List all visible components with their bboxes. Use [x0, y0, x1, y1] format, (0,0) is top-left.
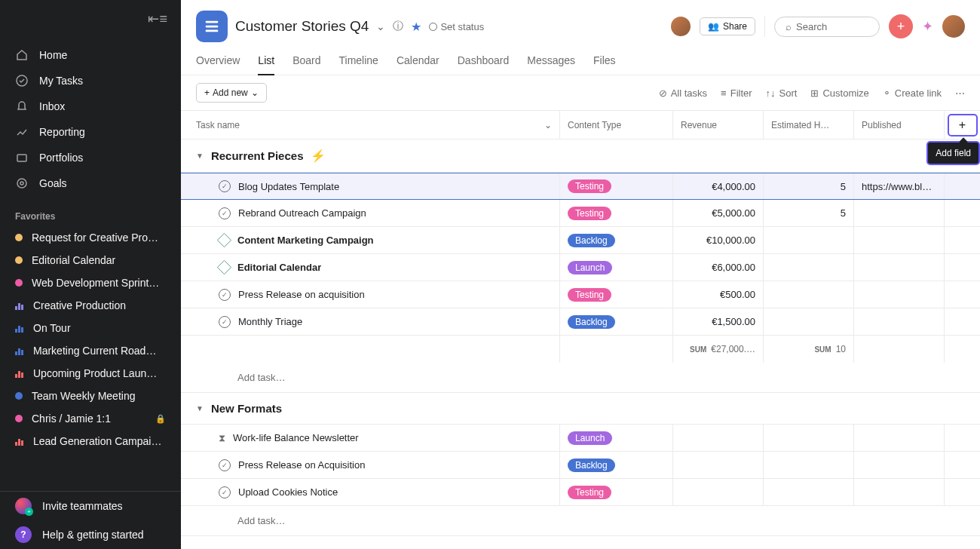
favorite-item[interactable]: Lead Generation Campai…	[0, 430, 181, 452]
nav-inbox[interactable]: Inbox	[0, 94, 181, 119]
celebration-icon[interactable]: ✦	[922, 18, 933, 35]
task-row[interactable]: Content Marketing CampaignBacklog€10,000…	[181, 227, 980, 254]
share-button[interactable]: 👥 Share	[700, 17, 755, 35]
column-published[interactable]: Published	[853, 111, 944, 139]
cell-content-type[interactable]: Testing	[559, 479, 672, 505]
favorite-item[interactable]: On Tour	[0, 317, 181, 339]
task-row[interactable]: Editorial CalendarLaunch€6,000.00	[181, 254, 980, 281]
favorite-item[interactable]: Creative Production	[0, 294, 181, 317]
nav-portfolios[interactable]: Portfolios	[0, 145, 181, 170]
section-header[interactable]: ▼New Formats	[181, 393, 980, 425]
tab-list[interactable]: List	[258, 50, 274, 75]
cell-revenue[interactable]	[672, 425, 763, 451]
task-row[interactable]: ✓Press Release on acquisitionTesting€500…	[181, 281, 980, 308]
member-avatar[interactable]	[671, 17, 691, 36]
add-new-button[interactable]: + Add new ⌄	[196, 83, 267, 103]
invite-teammates[interactable]: + Invite teammates	[0, 492, 181, 520]
section-caret-icon[interactable]: ▼	[196, 404, 204, 413]
help-getting-started[interactable]: ? Help & getting started	[0, 520, 181, 549]
cell-revenue[interactable]: €6,000.00	[672, 254, 763, 281]
favorite-item[interactable]: Web Development Sprint…	[0, 271, 181, 294]
sort-button[interactable]: ↑↓Sort	[766, 87, 798, 99]
cell-revenue[interactable]: €1,500.00	[672, 308, 763, 335]
cell-revenue[interactable]: €5,000.00	[672, 200, 763, 226]
task-row[interactable]: ✓Rebrand Outreach CampaignTesting€5,000.…	[181, 200, 980, 227]
cell-revenue[interactable]	[672, 452, 763, 478]
cell-published[interactable]	[853, 281, 944, 308]
add-field-button[interactable]: +	[948, 114, 978, 136]
info-icon[interactable]: ⓘ	[393, 20, 403, 33]
milestone-icon[interactable]	[217, 233, 232, 248]
cell-estimated[interactable]	[763, 425, 853, 451]
task-row[interactable]: ✓Blog Updates TemplateTesting€4,000.005h…	[181, 173, 980, 200]
cell-published[interactable]	[853, 308, 944, 335]
cell-estimated[interactable]	[763, 479, 853, 505]
tab-overview[interactable]: Overview	[196, 50, 240, 75]
cell-content-type[interactable]: Testing	[559, 200, 672, 226]
tab-dashboard[interactable]: Dashboard	[458, 50, 510, 75]
cell-published[interactable]: https://www.blo…	[853, 173, 944, 199]
cell-revenue[interactable]: €10,000.00	[672, 227, 763, 253]
task-row[interactable]: ✓Monthly TriageBacklog€1,500.00	[181, 308, 980, 336]
nav-goals[interactable]: Goals	[0, 170, 181, 196]
all-tasks-filter[interactable]: ⊘All tasks	[659, 87, 707, 99]
cell-estimated[interactable]	[763, 227, 853, 253]
complete-task-icon[interactable]: ✓	[219, 207, 231, 219]
column-content-type[interactable]: Content Type	[559, 111, 672, 139]
star-icon[interactable]: ★	[411, 20, 421, 34]
complete-task-icon[interactable]: ✓	[219, 459, 231, 471]
cell-published[interactable]	[853, 254, 944, 281]
complete-task-icon[interactable]: ✓	[219, 316, 231, 328]
cell-estimated[interactable]	[763, 254, 853, 281]
cell-estimated[interactable]	[763, 452, 853, 478]
cell-revenue[interactable]	[672, 479, 763, 505]
task-row[interactable]: ✓Press Release on AcquisitionBacklog	[181, 452, 980, 479]
cell-estimated[interactable]: 5	[763, 200, 853, 226]
more-options-button[interactable]: ⋯	[955, 87, 965, 99]
tab-timeline[interactable]: Timeline	[339, 50, 378, 75]
cell-content-type[interactable]: Launch	[559, 425, 672, 451]
project-icon[interactable]	[196, 11, 228, 42]
chevron-down-icon[interactable]: ⌄	[544, 120, 552, 130]
cell-content-type[interactable]: Testing	[559, 281, 672, 308]
column-task-name[interactable]: Task name⌄	[181, 120, 559, 130]
favorite-item[interactable]: Team Weekly Meeting	[0, 385, 181, 407]
chevron-down-icon[interactable]: ⌄	[376, 20, 385, 32]
cell-estimated[interactable]	[763, 281, 853, 308]
nav-home[interactable]: Home	[0, 42, 181, 68]
filter-button[interactable]: ≡Filter	[721, 87, 752, 99]
tab-files[interactable]: Files	[593, 50, 616, 75]
complete-task-icon[interactable]: ✓	[219, 180, 231, 192]
cell-content-type[interactable]: Backlog	[559, 452, 672, 478]
cell-revenue[interactable]: €500.00	[672, 281, 763, 308]
create-link-button[interactable]: ⚬Create link	[883, 87, 942, 99]
cell-published[interactable]	[853, 227, 944, 253]
user-avatar[interactable]	[942, 15, 965, 38]
favorite-item[interactable]: Upcoming Product Laun…	[0, 362, 181, 385]
column-estimated[interactable]: Estimated H…	[763, 111, 853, 139]
sidebar-collapse-icon[interactable]: ⇤≡	[148, 11, 167, 27]
favorite-item[interactable]: Request for Creative Pro…	[0, 226, 181, 249]
add-task-button[interactable]: Add task…	[181, 506, 980, 536]
tab-messages[interactable]: Messages	[527, 50, 575, 75]
cell-published[interactable]	[853, 200, 944, 226]
rules-bolt-icon[interactable]: ⚡	[311, 149, 326, 163]
nav-my-tasks[interactable]: My Tasks	[0, 68, 181, 94]
cell-published[interactable]	[853, 425, 944, 451]
tab-board[interactable]: Board	[292, 50, 320, 75]
cell-estimated[interactable]: 5	[763, 173, 853, 199]
complete-task-icon[interactable]: ✓	[219, 486, 231, 498]
section-caret-icon[interactable]: ▼	[196, 152, 204, 160]
cell-published[interactable]	[853, 479, 944, 505]
cell-revenue[interactable]: €4,000.00	[672, 173, 763, 199]
tab-calendar[interactable]: Calendar	[397, 50, 439, 75]
favorite-item[interactable]: Chris / Jamie 1:1🔒	[0, 407, 181, 430]
cell-estimated[interactable]	[763, 308, 853, 335]
favorite-item[interactable]: Marketing Current Road…	[0, 339, 181, 362]
column-revenue[interactable]: Revenue	[672, 111, 763, 139]
cell-content-type[interactable]: Launch	[559, 254, 672, 281]
search-input[interactable]: ⌕ Search	[774, 17, 880, 37]
set-status-button[interactable]: Set status	[429, 21, 484, 32]
section-header[interactable]: ▼Recurrent Pieces⚡	[181, 140, 980, 173]
favorite-item[interactable]: Editorial Calendar	[0, 249, 181, 271]
